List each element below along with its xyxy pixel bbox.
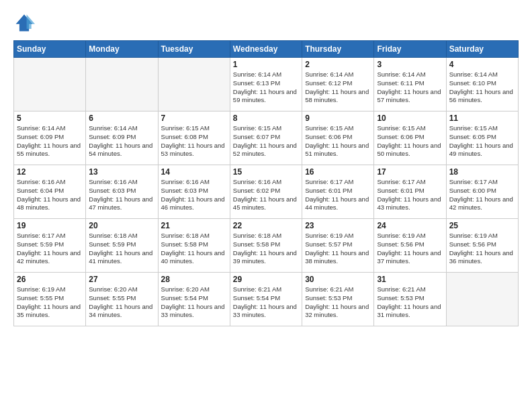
day-cell-18: 18Sunrise: 6:17 AMSunset: 6:00 PMDayligh… xyxy=(446,165,518,219)
day-info: Sunrise: 6:19 AMSunset: 5:55 PMDaylight:… xyxy=(17,285,83,320)
day-number: 27 xyxy=(89,275,154,284)
day-cell-7: 7Sunrise: 6:15 AMSunset: 6:08 PMDaylight… xyxy=(158,111,230,165)
day-info: Sunrise: 6:20 AMSunset: 5:55 PMDaylight:… xyxy=(89,285,154,320)
week-row-1: 1Sunrise: 6:14 AMSunset: 6:13 PMDaylight… xyxy=(14,58,519,111)
day-number: 30 xyxy=(305,275,371,284)
day-number: 28 xyxy=(161,275,227,284)
day-number: 2 xyxy=(305,60,371,69)
day-cell-26: 26Sunrise: 6:19 AMSunset: 5:55 PMDayligh… xyxy=(14,273,86,326)
day-cell-24: 24Sunrise: 6:19 AMSunset: 5:56 PMDayligh… xyxy=(374,219,446,273)
day-cell-3: 3Sunrise: 6:14 AMSunset: 6:11 PMDaylight… xyxy=(374,58,446,111)
day-cell-1: 1Sunrise: 6:14 AMSunset: 6:13 PMDaylight… xyxy=(230,58,302,111)
week-row-5: 26Sunrise: 6:19 AMSunset: 5:55 PMDayligh… xyxy=(14,273,519,326)
day-number: 24 xyxy=(377,221,443,230)
svg-marker-1 xyxy=(27,15,35,29)
day-number: 11 xyxy=(449,113,515,123)
day-info: Sunrise: 6:16 AMSunset: 6:02 PMDaylight:… xyxy=(233,178,299,212)
logo xyxy=(13,12,38,34)
day-info: Sunrise: 6:19 AMSunset: 5:56 PMDaylight:… xyxy=(377,232,443,266)
weekday-header-monday: Monday xyxy=(86,41,158,58)
day-number: 29 xyxy=(233,275,299,284)
day-info: Sunrise: 6:15 AMSunset: 6:07 PMDaylight:… xyxy=(233,124,299,158)
day-cell-2: 2Sunrise: 6:14 AMSunset: 6:12 PMDaylight… xyxy=(302,58,374,111)
day-info: Sunrise: 6:21 AMSunset: 5:53 PMDaylight:… xyxy=(377,285,443,320)
day-cell-22: 22Sunrise: 6:18 AMSunset: 5:58 PMDayligh… xyxy=(230,219,302,273)
day-info: Sunrise: 6:16 AMSunset: 6:03 PMDaylight:… xyxy=(161,178,227,212)
day-cell-27: 27Sunrise: 6:20 AMSunset: 5:55 PMDayligh… xyxy=(86,273,158,326)
day-info: Sunrise: 6:16 AMSunset: 6:04 PMDaylight:… xyxy=(17,178,83,212)
day-info: Sunrise: 6:17 AMSunset: 6:01 PMDaylight:… xyxy=(377,178,443,212)
day-number: 13 xyxy=(89,167,154,177)
day-info: Sunrise: 6:19 AMSunset: 5:57 PMDaylight:… xyxy=(305,232,371,266)
weekday-header-saturday: Saturday xyxy=(446,41,518,58)
day-number: 14 xyxy=(161,167,227,177)
day-info: Sunrise: 6:21 AMSunset: 5:53 PMDaylight:… xyxy=(305,285,371,320)
day-info: Sunrise: 6:14 AMSunset: 6:09 PMDaylight:… xyxy=(17,124,83,158)
weekday-header-friday: Friday xyxy=(374,41,446,58)
day-number: 23 xyxy=(305,221,371,230)
empty-cell xyxy=(86,58,158,111)
day-info: Sunrise: 6:15 AMSunset: 6:05 PMDaylight:… xyxy=(449,124,515,158)
day-cell-20: 20Sunrise: 6:18 AMSunset: 5:59 PMDayligh… xyxy=(86,219,158,273)
day-info: Sunrise: 6:14 AMSunset: 6:12 PMDaylight:… xyxy=(305,71,371,105)
day-info: Sunrise: 6:21 AMSunset: 5:54 PMDaylight:… xyxy=(233,285,299,320)
day-cell-23: 23Sunrise: 6:19 AMSunset: 5:57 PMDayligh… xyxy=(302,219,374,273)
day-number: 3 xyxy=(377,60,443,69)
weekday-header-row: SundayMondayTuesdayWednesdayThursdayFrid… xyxy=(14,41,519,58)
day-number: 1 xyxy=(233,60,299,69)
day-number: 17 xyxy=(377,167,443,177)
day-number: 7 xyxy=(161,113,227,123)
day-cell-12: 12Sunrise: 6:16 AMSunset: 6:04 PMDayligh… xyxy=(14,165,86,219)
day-cell-31: 31Sunrise: 6:21 AMSunset: 5:53 PMDayligh… xyxy=(374,273,446,326)
day-number: 21 xyxy=(161,221,227,230)
day-cell-11: 11Sunrise: 6:15 AMSunset: 6:05 PMDayligh… xyxy=(446,111,518,165)
day-number: 31 xyxy=(377,275,443,284)
empty-cell xyxy=(14,58,86,111)
day-number: 18 xyxy=(449,167,515,177)
empty-cell xyxy=(446,273,518,326)
day-info: Sunrise: 6:14 AMSunset: 6:11 PMDaylight:… xyxy=(377,71,443,105)
weekday-header-sunday: Sunday xyxy=(14,41,86,58)
day-number: 15 xyxy=(233,167,299,177)
day-info: Sunrise: 6:15 AMSunset: 6:08 PMDaylight:… xyxy=(161,124,227,158)
day-number: 5 xyxy=(17,113,83,123)
day-cell-5: 5Sunrise: 6:14 AMSunset: 6:09 PMDaylight… xyxy=(14,111,86,165)
day-info: Sunrise: 6:16 AMSunset: 6:03 PMDaylight:… xyxy=(89,178,154,212)
day-info: Sunrise: 6:17 AMSunset: 6:01 PMDaylight:… xyxy=(305,178,371,212)
day-number: 22 xyxy=(233,221,299,230)
day-number: 9 xyxy=(305,113,371,123)
week-row-3: 12Sunrise: 6:16 AMSunset: 6:04 PMDayligh… xyxy=(14,165,519,219)
logo-icon xyxy=(13,12,35,34)
empty-cell xyxy=(158,58,230,111)
day-info: Sunrise: 6:19 AMSunset: 5:56 PMDaylight:… xyxy=(449,232,515,266)
page: SundayMondayTuesdayWednesdayThursdayFrid… xyxy=(0,0,532,411)
day-info: Sunrise: 6:15 AMSunset: 6:06 PMDaylight:… xyxy=(305,124,371,158)
day-info: Sunrise: 6:14 AMSunset: 6:13 PMDaylight:… xyxy=(233,71,299,105)
day-cell-19: 19Sunrise: 6:17 AMSunset: 5:59 PMDayligh… xyxy=(14,219,86,273)
weekday-header-wednesday: Wednesday xyxy=(230,41,302,58)
day-cell-13: 13Sunrise: 6:16 AMSunset: 6:03 PMDayligh… xyxy=(86,165,158,219)
week-row-2: 5Sunrise: 6:14 AMSunset: 6:09 PMDaylight… xyxy=(14,111,519,165)
day-cell-15: 15Sunrise: 6:16 AMSunset: 6:02 PMDayligh… xyxy=(230,165,302,219)
day-cell-17: 17Sunrise: 6:17 AMSunset: 6:01 PMDayligh… xyxy=(374,165,446,219)
day-info: Sunrise: 6:14 AMSunset: 6:10 PMDaylight:… xyxy=(449,71,515,105)
day-info: Sunrise: 6:18 AMSunset: 5:58 PMDaylight:… xyxy=(161,232,227,266)
day-cell-14: 14Sunrise: 6:16 AMSunset: 6:03 PMDayligh… xyxy=(158,165,230,219)
day-number: 8 xyxy=(233,113,299,123)
day-number: 12 xyxy=(17,167,83,177)
day-number: 20 xyxy=(89,221,154,230)
day-cell-8: 8Sunrise: 6:15 AMSunset: 6:07 PMDaylight… xyxy=(230,111,302,165)
day-info: Sunrise: 6:17 AMSunset: 6:00 PMDaylight:… xyxy=(449,178,515,212)
day-cell-16: 16Sunrise: 6:17 AMSunset: 6:01 PMDayligh… xyxy=(302,165,374,219)
week-row-4: 19Sunrise: 6:17 AMSunset: 5:59 PMDayligh… xyxy=(14,219,519,273)
day-info: Sunrise: 6:14 AMSunset: 6:09 PMDaylight:… xyxy=(89,124,154,158)
day-info: Sunrise: 6:15 AMSunset: 6:06 PMDaylight:… xyxy=(377,124,443,158)
day-cell-10: 10Sunrise: 6:15 AMSunset: 6:06 PMDayligh… xyxy=(374,111,446,165)
day-cell-29: 29Sunrise: 6:21 AMSunset: 5:54 PMDayligh… xyxy=(230,273,302,326)
day-cell-4: 4Sunrise: 6:14 AMSunset: 6:10 PMDaylight… xyxy=(446,58,518,111)
day-info: Sunrise: 6:18 AMSunset: 5:58 PMDaylight:… xyxy=(233,232,299,266)
day-number: 10 xyxy=(377,113,443,123)
day-number: 19 xyxy=(17,221,83,230)
day-number: 16 xyxy=(305,167,371,177)
day-cell-6: 6Sunrise: 6:14 AMSunset: 6:09 PMDaylight… xyxy=(86,111,158,165)
